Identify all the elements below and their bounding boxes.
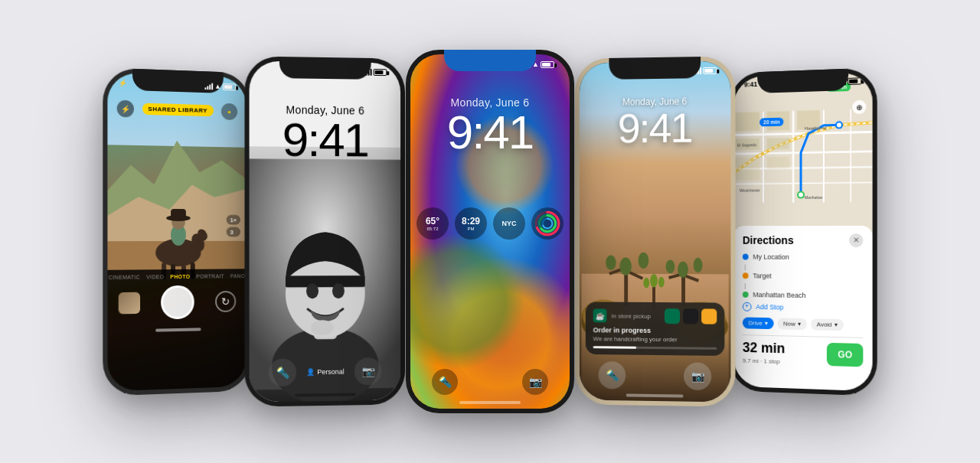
battery-icon <box>223 83 236 90</box>
phone-wrapper-bw: Monday, June 6 9:41 <box>245 57 402 406</box>
starbucks-icon: ☕ <box>593 308 607 322</box>
dir-divider <box>743 334 863 337</box>
svg-rect-67 <box>767 156 789 168</box>
maps-screen-container: Hawthorne El Segundo Manhattan Westchest… <box>733 72 872 391</box>
svg-point-20 <box>332 283 345 298</box>
color-camera-icon[interactable]: 📷 <box>522 369 548 395</box>
avoid-label: Avoid <box>817 321 832 328</box>
phone-wrapper-desert: Monday, June 6 9:41 <box>578 57 735 406</box>
directions-panel: Directions ✕ My Location Target <box>733 225 872 391</box>
drive-option[interactable]: Drive ▾ <box>743 317 773 329</box>
svg-rect-18 <box>286 276 365 287</box>
direction-time-block: 32 min 9.7 mi · 1 stop <box>743 339 785 364</box>
svg-rect-66 <box>733 157 760 180</box>
directions-close-button[interactable]: ✕ <box>849 233 863 246</box>
starbucks-notification: ☕ In store pickup Order in progress We a… <box>586 302 725 356</box>
directions-header: Directions ✕ <box>743 233 863 246</box>
mode-portrait[interactable]: PORTRAIT <box>196 273 224 279</box>
dir-stop-beach: Manhattan Beach <box>743 290 863 299</box>
lockscreen-color-background: ▲ Monday, June 6 9:41 <box>410 54 570 409</box>
stop-beach-label: Manhattan Beach <box>753 290 805 298</box>
bw-profile-text: Personal <box>317 368 344 376</box>
bw-profile-icon: 👤 <box>306 368 315 376</box>
widget-location: NYC <box>493 207 525 240</box>
bw-notch <box>279 57 371 80</box>
svg-point-39 <box>619 258 631 276</box>
color-time-area: Monday, June 6 9:41 <box>410 96 570 156</box>
direction-options: Drive ▾ Now ▾ Avoid ▾ <box>743 317 863 331</box>
avoid-option[interactable]: Avoid ▾ <box>811 318 844 331</box>
direction-result: 32 min 9.7 mi · 1 stop GO <box>743 339 863 367</box>
now-chevron: ▾ <box>798 320 801 327</box>
mode-video[interactable]: VIDEO <box>146 274 164 279</box>
map-svg: Hawthorne El Segundo Manhattan Westchest… <box>733 72 872 238</box>
notif-title: Order in progress <box>593 326 717 334</box>
desert-lock-time: 9:41 <box>580 106 731 149</box>
location-dot <box>743 253 749 259</box>
stop-location-label: My Location <box>753 253 789 260</box>
activity-ring-svg <box>533 209 562 238</box>
camera-background: ⚡ ▲ <box>107 72 246 391</box>
phone-camera: ⚡ ▲ <box>103 67 250 396</box>
camera-flip-button[interactable]: ↻ <box>215 291 236 312</box>
widget-temp: 65° 65:72 <box>416 207 449 240</box>
camera-modes: CINEMATIC VIDEO PHOTO PORTRAIT PANO <box>109 273 246 280</box>
maps-battery <box>848 77 861 84</box>
svg-text:Manhattan: Manhattan <box>805 195 823 199</box>
map-compass[interactable]: ⊕ <box>852 99 866 114</box>
widget-time-sub: PM <box>468 227 475 231</box>
widget-time-value: 8:29 <box>462 216 480 227</box>
directions-title: Directions <box>743 233 794 246</box>
widgets-row: 65° 65:72 8:29 PM NYC <box>416 207 564 240</box>
svg-point-19 <box>306 283 318 298</box>
signal-icon <box>205 82 214 89</box>
camera-settings-icon[interactable]: ● <box>221 103 237 119</box>
svg-rect-61 <box>733 112 760 132</box>
notif-progress-fill <box>593 346 636 349</box>
stop-target-label: Target <box>753 272 771 279</box>
svg-point-49 <box>650 274 658 288</box>
now-option[interactable]: Now ▾ <box>777 318 806 330</box>
svg-text:Westchester: Westchester <box>740 188 760 192</box>
target-dot <box>743 272 749 279</box>
notif-progress-bar <box>593 346 717 350</box>
mode-photo[interactable]: PHOTO <box>170 274 190 279</box>
bw-lock-time: 9:41 <box>250 116 401 165</box>
add-stop-row[interactable]: + Add Stop <box>743 302 863 313</box>
svg-point-47 <box>694 258 703 273</box>
cam-status-right: ▲ <box>205 82 237 90</box>
color-notch <box>444 50 536 71</box>
bw-battery <box>374 69 387 76</box>
bw-flashlight-btn[interactable]: 🔦 <box>269 358 296 386</box>
rider-silhouette <box>148 179 208 279</box>
photo-thumbnail[interactable] <box>118 292 139 314</box>
color-flashlight-icon[interactable]: 🔦 <box>432 369 458 395</box>
svg-point-40 <box>606 256 616 270</box>
starbucks-app-icon <box>665 308 680 324</box>
notif-top-row: ☕ In store pickup <box>593 308 717 324</box>
cam-status-left: ⚡ <box>119 79 127 87</box>
color-home-indicator <box>459 401 521 404</box>
bw-camera-btn[interactable]: 📷 <box>354 357 382 385</box>
go-button[interactable]: GO <box>827 342 863 367</box>
mode-cinematic[interactable]: CINEMATIC <box>109 274 140 280</box>
maps-time: 9:41 <box>744 80 757 88</box>
dir-stop-location: My Location <box>743 253 863 261</box>
desert-camera-btn[interactable]: 📷 <box>684 362 711 390</box>
phone-bw: Monday, June 6 9:41 <box>244 56 404 406</box>
flash-icon[interactable]: ⚡ <box>117 99 134 117</box>
bw-time-area: Monday, June 6 9:41 <box>250 103 401 165</box>
phone-desert: Monday, June 6 9:41 <box>575 56 735 406</box>
cam-wifi: ▲ <box>214 82 221 90</box>
map-area: Hawthorne El Segundo Manhattan Westchest… <box>733 72 872 238</box>
desert-flashlight-btn[interactable]: 🔦 <box>599 361 626 389</box>
desert-notch <box>609 57 701 80</box>
coffee-app-icon <box>701 308 717 324</box>
mode-pano[interactable]: PANO <box>230 273 246 279</box>
shutter-button[interactable] <box>162 285 195 319</box>
add-stop-label: Add Stop <box>756 302 783 311</box>
lockscreen-bw-background: Monday, June 6 9:41 <box>250 60 401 402</box>
svg-text:El Segundo: El Segundo <box>737 142 756 147</box>
svg-rect-13 <box>171 208 186 219</box>
svg-rect-64 <box>767 137 789 149</box>
